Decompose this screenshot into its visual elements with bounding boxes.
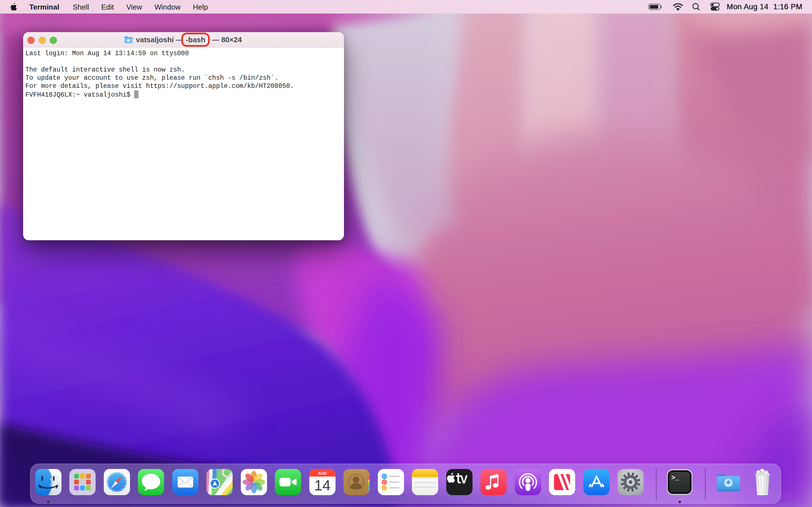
- svg-text:AUG: AUG: [318, 471, 326, 475]
- svg-text:>_: >_: [671, 474, 679, 482]
- svg-text:14: 14: [314, 477, 331, 494]
